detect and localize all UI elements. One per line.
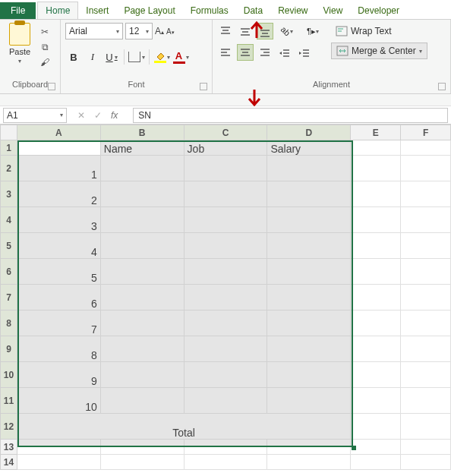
cell[interactable] (351, 207, 401, 233)
cell[interactable]: Job (184, 140, 267, 156)
cell[interactable] (100, 311, 184, 336)
col-header[interactable]: F (401, 125, 451, 140)
col-header[interactable]: D (267, 125, 351, 140)
cell[interactable] (401, 414, 451, 440)
paste-dropdown[interactable]: ▾ (18, 58, 21, 65)
row-header[interactable]: 9 (1, 336, 17, 362)
copy-button[interactable]: ⧉ (38, 41, 52, 53)
cell[interactable]: 2 (17, 181, 100, 207)
cell[interactable] (184, 233, 267, 259)
cell[interactable]: 9 (17, 362, 100, 388)
row-header[interactable]: 10 (1, 362, 17, 388)
cell[interactable] (184, 311, 267, 336)
increase-indent[interactable] (296, 46, 313, 62)
col-header[interactable]: A (17, 125, 100, 140)
cell[interactable] (100, 285, 184, 311)
cell[interactable] (184, 259, 267, 285)
cut-button[interactable]: ✂ (38, 26, 52, 38)
cell[interactable] (351, 388, 401, 414)
decrease-font-size[interactable]: A▾ (166, 27, 175, 36)
cell[interactable] (401, 156, 451, 181)
cell[interactable] (401, 336, 451, 362)
row-header[interactable]: 3 (1, 181, 17, 207)
cell[interactable] (267, 440, 351, 455)
cell[interactable] (267, 362, 351, 388)
tab-view[interactable]: View (316, 2, 351, 19)
paste-button[interactable]: Paste (9, 47, 30, 56)
cell[interactable] (401, 311, 451, 336)
cell[interactable]: 3 (17, 207, 100, 233)
row-header[interactable]: 6 (1, 259, 17, 285)
text-direction-button[interactable]: ¶▸▾ (302, 23, 323, 39)
col-header[interactable]: B (100, 125, 184, 140)
tab-developer[interactable]: Developer (350, 2, 407, 19)
cell[interactable]: 10 (17, 388, 100, 414)
select-all-corner[interactable] (1, 125, 17, 140)
font-name-selector[interactable]: Arial▾ (65, 23, 123, 39)
align-center[interactable] (237, 44, 254, 61)
cell[interactable] (351, 455, 401, 470)
formula-bar[interactable]: SN (133, 108, 448, 123)
cell[interactable] (351, 140, 401, 156)
tab-insert[interactable]: Insert (78, 2, 116, 19)
tab-formulas[interactable]: Formulas (183, 2, 236, 19)
cell[interactable] (100, 233, 184, 259)
row-header[interactable]: 5 (1, 233, 17, 259)
cell[interactable] (351, 233, 401, 259)
cell[interactable] (267, 388, 351, 414)
cell[interactable] (100, 336, 184, 362)
row-header[interactable]: 2 (1, 156, 17, 181)
row-header[interactable]: 7 (1, 285, 17, 311)
row-header[interactable]: 4 (1, 207, 17, 233)
cell[interactable] (401, 207, 451, 233)
cell[interactable] (351, 311, 401, 336)
row-header[interactable]: 8 (1, 311, 17, 336)
borders-button[interactable]: ▾ (128, 49, 145, 65)
cell[interactable] (184, 207, 267, 233)
cell[interactable] (184, 388, 267, 414)
tab-pagelayout[interactable]: Page Layout (116, 2, 182, 19)
wrap-text-button[interactable]: Wrap Text (331, 23, 427, 39)
cell[interactable] (351, 156, 401, 181)
cell[interactable] (184, 362, 267, 388)
cell[interactable] (100, 156, 184, 181)
cell[interactable]: Salary (267, 140, 351, 156)
cell[interactable] (351, 336, 401, 362)
cell[interactable] (100, 207, 184, 233)
fill-color-button[interactable]: ▾ (153, 49, 170, 65)
cell[interactable] (184, 285, 267, 311)
cell[interactable] (267, 311, 351, 336)
cell[interactable] (184, 156, 267, 181)
font-color-button[interactable]: A ▾ (172, 49, 189, 65)
cell[interactable] (184, 181, 267, 207)
row-header[interactable]: 11 (1, 388, 17, 414)
col-header[interactable]: C (184, 125, 267, 140)
cell[interactable]: 5 (17, 259, 100, 285)
insert-function-button[interactable]: fx (111, 110, 118, 121)
cell[interactable] (401, 362, 451, 388)
cell[interactable]: 7 (17, 311, 100, 336)
cell[interactable] (401, 285, 451, 311)
cell[interactable] (184, 336, 267, 362)
cell[interactable] (267, 233, 351, 259)
name-box[interactable]: A1▾ (3, 108, 67, 123)
cell[interactable]: 1 (17, 156, 100, 181)
row-header[interactable]: 14 (1, 455, 17, 470)
col-header[interactable]: E (351, 125, 401, 140)
align-left[interactable] (217, 44, 234, 61)
cell[interactable] (267, 156, 351, 181)
row-header[interactable]: 12 (1, 414, 17, 440)
cell[interactable] (401, 140, 451, 156)
cell[interactable] (351, 285, 401, 311)
tab-review[interactable]: Review (270, 2, 315, 19)
tab-file[interactable]: File (0, 2, 36, 19)
underline-button[interactable]: U▾ (103, 49, 120, 65)
row-header[interactable]: 13 (1, 440, 17, 455)
cell[interactable] (401, 388, 451, 414)
format-painter-button[interactable]: 🖌 (38, 56, 52, 68)
cell[interactable] (267, 181, 351, 207)
font-dialog-launcher[interactable] (200, 83, 207, 90)
cell[interactable] (100, 455, 184, 470)
cell[interactable]: 6 (17, 285, 100, 311)
orientation-button[interactable]: ab▾ (276, 23, 298, 39)
